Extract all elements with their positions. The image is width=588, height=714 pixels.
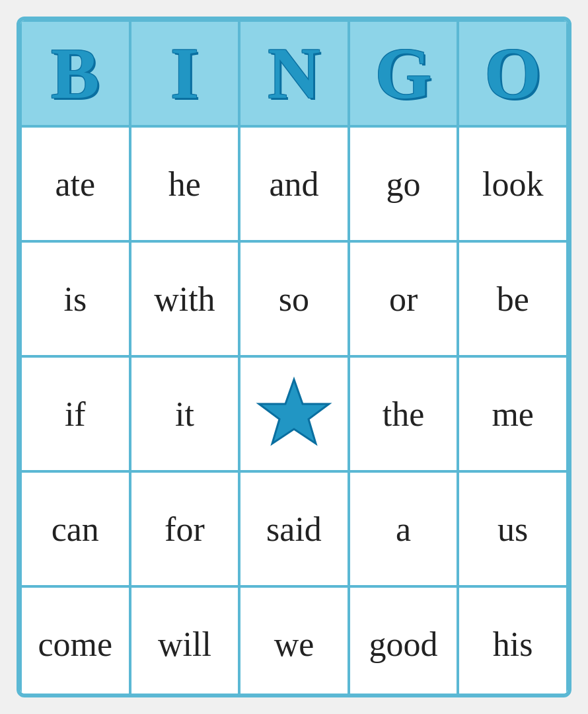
word-come: come — [38, 625, 112, 664]
cell-row5-col1[interactable]: come — [20, 586, 130, 697]
cell-row4-col2[interactable]: for — [130, 471, 240, 586]
cell-row2-col1[interactable]: is — [20, 241, 130, 356]
cell-row2-col4[interactable]: or — [349, 241, 459, 356]
word-he: he — [168, 165, 201, 204]
cell-row3-col4[interactable]: the — [349, 356, 459, 471]
cell-row5-col3[interactable]: we — [239, 586, 349, 697]
cell-row1-col5[interactable]: look — [458, 126, 568, 241]
word-look: look — [482, 165, 543, 204]
cell-row5-col2[interactable]: will — [130, 586, 240, 697]
word-the: the — [383, 395, 425, 434]
free-space-star — [254, 374, 334, 454]
header-cell-n: N — [239, 20, 349, 126]
word-us: us — [497, 510, 528, 549]
word-so: so — [279, 280, 309, 319]
word-a: a — [396, 510, 411, 549]
cell-row1-col2[interactable]: he — [130, 126, 240, 241]
bingo-grid: B I N G O ate he and go look — [20, 20, 568, 694]
free-space-cell[interactable] — [239, 356, 349, 471]
word-it: it — [175, 395, 194, 434]
word-me: me — [492, 395, 534, 434]
cell-row1-col1[interactable]: ate — [20, 126, 130, 241]
word-go: go — [386, 165, 421, 204]
word-we: we — [274, 625, 314, 664]
word-with: with — [154, 280, 215, 319]
word-said: said — [266, 510, 322, 549]
word-for: for — [165, 510, 205, 549]
word-be: be — [497, 280, 529, 319]
header-letter-o: O — [484, 37, 541, 110]
word-good: good — [369, 625, 438, 664]
word-will: will — [158, 625, 211, 664]
cell-row3-col2[interactable]: it — [130, 356, 240, 471]
word-ate: ate — [55, 165, 95, 204]
cell-row3-col5[interactable]: me — [458, 356, 568, 471]
cell-row4-col5[interactable]: us — [458, 471, 568, 586]
word-or: or — [389, 280, 418, 319]
word-his: his — [493, 625, 533, 664]
header-letter-i: I — [170, 37, 199, 110]
header-cell-g: G — [349, 20, 459, 126]
cell-row4-col1[interactable]: can — [20, 471, 130, 586]
header-letter-b: B — [51, 37, 99, 110]
cell-row4-col4[interactable]: a — [349, 471, 459, 586]
cell-row5-col4[interactable]: good — [349, 586, 459, 697]
svg-marker-0 — [259, 379, 329, 444]
cell-row2-col2[interactable]: with — [130, 241, 240, 356]
cell-row1-col4[interactable]: go — [349, 126, 459, 241]
cell-row2-col5[interactable]: be — [458, 241, 568, 356]
cell-row5-col5[interactable]: his — [458, 586, 568, 697]
cell-row1-col3[interactable]: and — [239, 126, 349, 241]
header-letter-g: G — [375, 37, 432, 110]
word-is: is — [63, 280, 87, 319]
word-and: and — [269, 165, 318, 204]
header-cell-i: I — [130, 20, 240, 126]
header-cell-o: O — [458, 20, 568, 126]
cell-row3-col1[interactable]: if — [20, 356, 130, 471]
word-if: if — [65, 395, 86, 434]
bingo-card: B I N G O ate he and go look — [17, 17, 571, 697]
header-cell-b: B — [20, 20, 130, 126]
cell-row4-col3[interactable]: said — [239, 471, 349, 586]
word-can: can — [52, 510, 99, 549]
cell-row2-col3[interactable]: so — [239, 241, 349, 356]
header-letter-n: N — [268, 37, 320, 110]
